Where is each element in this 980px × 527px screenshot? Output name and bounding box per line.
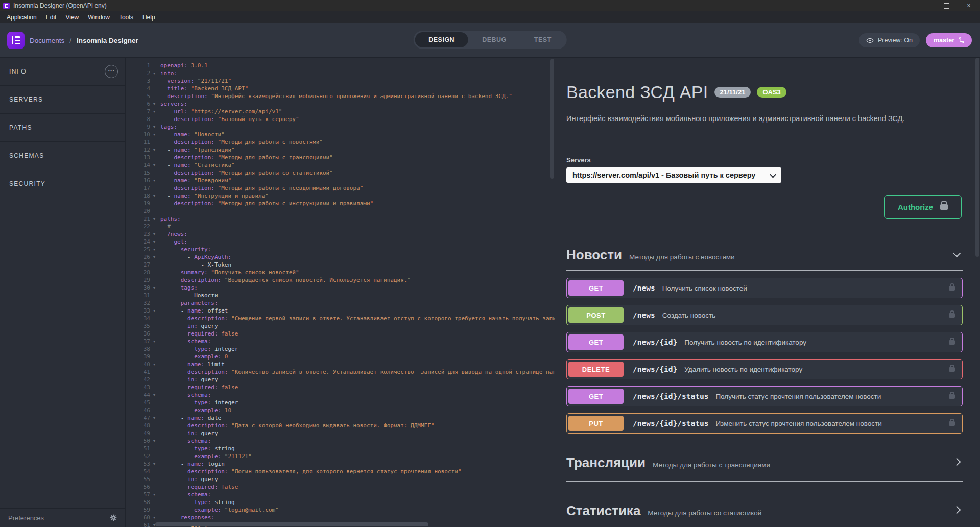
breadcrumb-documents[interactable]: Documents xyxy=(30,37,64,44)
fold-arrow-icon[interactable]: ▾ xyxy=(153,177,160,184)
code-line[interactable]: 14▾ - name: "Статистика" xyxy=(126,161,555,169)
editor-horizontal-scrollbar[interactable] xyxy=(155,522,428,526)
code-line[interactable]: 40▾ - name: limit xyxy=(126,361,555,368)
code-line[interactable]: 21▾paths: xyxy=(126,215,555,223)
fold-arrow-icon[interactable]: ▾ xyxy=(153,230,160,238)
section-header[interactable]: НовостиМетоды для работы с новостями xyxy=(566,247,963,263)
spec-code-editor[interactable]: 1openapi: 3.0.12▾info:3 version: "21/11/… xyxy=(126,58,555,527)
fold-arrow-icon[interactable]: ▾ xyxy=(153,100,160,108)
code-line[interactable]: 20 xyxy=(126,207,555,215)
endpoint-row[interactable]: PUT/news/{id}/statusИзменить статус проч… xyxy=(566,413,963,434)
fold-arrow-icon[interactable]: ▾ xyxy=(153,414,160,422)
endpoint-row[interactable]: GET/news/{id}Получить новость по идентиф… xyxy=(566,332,963,352)
code-line[interactable]: 60▾ responses: xyxy=(126,514,555,521)
code-line[interactable]: 51 type: string xyxy=(126,445,555,452)
code-line[interactable]: 7▾ - url: "https://server.com/api/v1" xyxy=(126,108,555,115)
code-line[interactable]: 1openapi: 3.0.1 xyxy=(126,62,555,69)
code-line[interactable]: 23▾ /news: xyxy=(126,230,555,238)
fold-arrow-icon[interactable]: ▾ xyxy=(153,131,160,138)
sidebar-item-security[interactable]: SECURITY xyxy=(0,170,125,198)
code-line[interactable]: 31 - Новости xyxy=(126,292,555,299)
code-line[interactable]: 25▾ security: xyxy=(126,246,555,253)
editor-vertical-scrollbar[interactable] xyxy=(550,59,554,179)
code-line[interactable]: 15 description: "Методы для работы со ст… xyxy=(126,169,555,177)
fold-arrow-icon[interactable]: ▾ xyxy=(153,391,160,399)
close-button[interactable]: × xyxy=(958,0,980,11)
code-line[interactable]: 6▾servers: xyxy=(126,100,555,108)
branch-button[interactable]: master xyxy=(926,33,972,47)
endpoint-row[interactable]: GET/newsПолучить список новостей xyxy=(566,278,963,298)
insomnia-logo-icon[interactable] xyxy=(7,32,25,49)
code-line[interactable]: 58 type: string xyxy=(126,498,555,506)
menu-edit[interactable]: Edit xyxy=(41,12,61,22)
code-line[interactable]: 4 title: "Backend ЗСД API" xyxy=(126,85,555,92)
tab-test[interactable]: TEST xyxy=(520,32,565,47)
code-line[interactable]: 35 in: query xyxy=(126,322,555,330)
chevron-right-icon[interactable] xyxy=(953,458,961,466)
code-line[interactable]: 37▾ schema: xyxy=(126,338,555,345)
maximize-button[interactable] xyxy=(935,0,958,11)
code-line[interactable]: 3 version: "21/11/21" xyxy=(126,77,555,85)
preferences-row[interactable]: Preferences xyxy=(0,508,125,527)
code-line[interactable]: 27 - X-Token xyxy=(126,261,555,269)
menu-window[interactable]: Window xyxy=(83,12,114,22)
code-line[interactable]: 16▾ - name: "Псевдоним" xyxy=(126,177,555,184)
fold-arrow-icon[interactable]: ▾ xyxy=(153,284,160,292)
code-line[interactable]: 45 type: integer xyxy=(126,399,555,406)
code-line[interactable]: 22 #------------------------------------… xyxy=(126,223,555,230)
tab-design[interactable]: DESIGN xyxy=(415,32,468,47)
menu-view[interactable]: View xyxy=(61,12,83,22)
fold-arrow-icon[interactable]: ▾ xyxy=(153,146,160,154)
fold-arrow-icon[interactable]: ▾ xyxy=(153,161,160,169)
code-line[interactable]: 24▾ get: xyxy=(126,238,555,246)
endpoint-row[interactable]: POST/newsСоздать новость xyxy=(566,305,963,325)
fold-arrow-icon[interactable]: ▾ xyxy=(153,123,160,131)
fold-arrow-icon[interactable]: ▾ xyxy=(153,108,160,115)
chevron-down-icon[interactable] xyxy=(953,249,961,257)
code-line[interactable]: 39 example: 0 xyxy=(126,353,555,361)
code-line[interactable]: 57▾ schema: xyxy=(126,491,555,498)
preview-vertical-scrollbar[interactable] xyxy=(975,58,979,257)
code-line[interactable]: 36 required: false xyxy=(126,330,555,338)
preview-toggle[interactable]: Preview: On xyxy=(859,33,920,47)
code-line[interactable]: 34 description: "Смещение первой записи … xyxy=(126,315,555,322)
code-line[interactable]: 12▾ - name: "Трансляции" xyxy=(126,146,555,154)
menu-tools[interactable]: Tools xyxy=(114,12,138,22)
code-line[interactable]: 47▾ - name: date xyxy=(126,414,555,422)
fold-arrow-icon[interactable]: ▾ xyxy=(153,238,160,246)
fold-arrow-icon[interactable]: ▾ xyxy=(153,460,160,468)
code-line[interactable]: 17 description: "Методы для работы с псе… xyxy=(126,184,555,192)
fold-arrow-icon[interactable]: ▾ xyxy=(153,253,160,261)
code-line[interactable]: 11 description: "Методы для работы с нов… xyxy=(126,138,555,146)
code-line[interactable]: 54 description: "Логин пользователя, для… xyxy=(126,468,555,475)
code-line[interactable]: 2▾info: xyxy=(126,69,555,77)
section-header[interactable]: СтатистикаМетоды для работы со статистик… xyxy=(566,503,963,519)
code-line[interactable]: 26▾ - ApiKeyAuth: xyxy=(126,253,555,261)
code-line[interactable]: 42 in: query xyxy=(126,376,555,384)
code-line[interactable]: 19 description: "Методы для работы с инс… xyxy=(126,200,555,207)
fold-arrow-icon[interactable]: ▾ xyxy=(153,307,160,315)
menu-application[interactable]: Application xyxy=(2,12,41,22)
breadcrumb-current[interactable]: Insomnia Designer xyxy=(77,37,138,44)
code-line[interactable]: 43 required: false xyxy=(126,384,555,391)
gear-icon[interactable] xyxy=(110,514,117,521)
sidebar-item-schemas[interactable]: SCHEMAS xyxy=(0,142,125,170)
code-line[interactable]: 49 in: query xyxy=(126,429,555,437)
info-ellipsis-icon[interactable]: ··· xyxy=(105,65,118,78)
server-select[interactable]: https://server.com/api/v1 - Базовый путь… xyxy=(566,167,781,183)
code-line[interactable]: 30▾ tags: xyxy=(126,284,555,292)
code-line[interactable]: 18▾ - name: "Инструкции и правила" xyxy=(126,192,555,200)
code-line[interactable]: 5 description: "Интерфейс взаимодействия… xyxy=(126,92,555,100)
fold-arrow-icon[interactable]: ▾ xyxy=(153,361,160,368)
code-line[interactable]: 50▾ schema: xyxy=(126,437,555,445)
code-line[interactable]: 32 parameters: xyxy=(126,299,555,307)
endpoint-row[interactable]: DELETE/news/{id}Удалить новость по идент… xyxy=(566,359,963,379)
fold-arrow-icon[interactable]: ▾ xyxy=(153,192,160,200)
sidebar-item-info[interactable]: INFO··· xyxy=(0,58,125,86)
code-line[interactable]: 55 in: query xyxy=(126,475,555,483)
fold-arrow-icon[interactable]: ▾ xyxy=(153,491,160,498)
code-line[interactable]: 59 example: "login@mail.com" xyxy=(126,506,555,514)
code-line[interactable]: 56 required: false xyxy=(126,483,555,491)
code-line[interactable]: 48 description: "Дата с которой необходи… xyxy=(126,422,555,429)
chevron-right-icon[interactable] xyxy=(953,506,961,514)
